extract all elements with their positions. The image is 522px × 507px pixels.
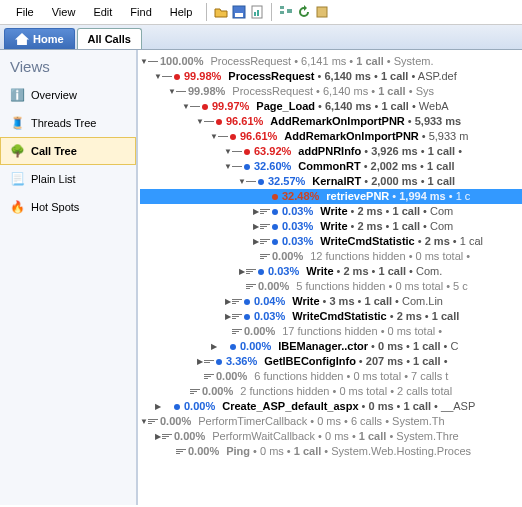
function-name: Write [292,294,319,309]
percent-value: 0.03% [282,234,313,249]
tree-row[interactable]: 0.00%5 functions hidden • 0 ms total • 5… [140,279,522,294]
function-name: PerformTimerCallback [198,414,307,429]
collapse-icon[interactable]: ▼ [238,174,246,189]
expand-icon[interactable]: ▶ [224,294,232,309]
function-name: Ping [226,444,250,459]
tree-row[interactable]: 0.00%12 functions hidden • 0 ms total • [140,249,522,264]
tree-row[interactable]: ▼32.60%CommonRT • 2,002 ms • 1 call [140,159,522,174]
tree-row[interactable]: ▼100.00%ProcessRequest • 6,141 ms • 1 ca… [140,54,522,69]
percent-value: 63.92% [254,144,291,159]
call-meta: • 0 ms • 6 calls • System.Th [310,414,444,429]
tree-row[interactable]: 0.00%2 functions hidden • 0 ms total • 2… [140,384,522,399]
tab-all-calls[interactable]: All Calls [77,28,142,49]
tree-row[interactable]: ▶0.00%Create_ASP_default_aspx • 0 ms • 1… [140,399,522,414]
status-dot [174,74,180,80]
collapse-icon[interactable]: ▼ [168,84,176,99]
collapse-icon[interactable]: ▼ [140,414,148,429]
tree-row[interactable]: ▶0.03%Write • 2 ms • 1 call • Com [140,219,522,234]
status-dot [216,359,222,365]
views-title: Views [0,56,136,81]
tree-row[interactable]: 0.00%6 functions hidden • 0 ms total • 7… [140,369,522,384]
tree-row[interactable]: ▶3.36%GetIBEConfigInfo • 207 ms • 1 call… [140,354,522,369]
menu-file[interactable]: File [8,3,42,21]
settings-icon[interactable] [314,4,330,20]
call-meta: • 0 ms total • [409,249,471,264]
open-icon[interactable] [213,4,229,20]
bars-icon [232,314,242,319]
expand-icon[interactable]: ▶ [154,429,162,444]
tree-row[interactable]: ▶0.00%PerformWaitCallback • 0 ms • 1 cal… [140,429,522,444]
tree-row[interactable]: ▼96.61%AddRemarkOnImportPNR • 5,933 m [140,129,522,144]
call-meta: • 0 ms total • 2 calls total [333,384,453,399]
function-name: 17 functions hidden [282,324,377,339]
tree-row[interactable]: ▼0.00%PerformTimerCallback • 0 ms • 6 ca… [140,414,522,429]
status-dot [230,134,236,140]
percent-value: 96.61% [240,129,277,144]
expand-icon[interactable]: ▶ [224,309,232,324]
bars-icon [204,121,214,122]
tree-row[interactable]: ▶0.04%Write • 3 ms • 1 call • Com.Lin [140,294,522,309]
collapse-icon[interactable]: ▼ [196,114,204,129]
collapse-icon[interactable]: ▼ [140,54,148,69]
svg-rect-8 [317,7,327,17]
sidebar-item-plain-list[interactable]: 📃Plain List [0,165,136,193]
tab-home[interactable]: Home [4,28,75,49]
collapse-icon[interactable]: ▼ [210,129,218,144]
tree-row[interactable]: ▼99.98%ProcessRequest • 6,140 ms • 1 cal… [140,84,522,99]
bars-icon [176,449,186,454]
tree-row[interactable]: ▶0.00%IBEManager..ctor • 0 ms • 1 call •… [140,339,522,354]
collapse-icon[interactable]: ▼ [182,99,190,114]
percent-value: 0.03% [282,219,313,234]
tree-row[interactable]: ▶0.03%Write • 2 ms • 1 call • Com [140,204,522,219]
tree-row[interactable]: ▼32.57%KernalRT • 2,000 ms • 1 call [140,174,522,189]
tree-row[interactable]: ▼99.98%ProcessRequest • 6,140 ms • 1 cal… [140,69,522,84]
sidebar-item-hot-spots[interactable]: 🔥Hot Spots [0,193,136,221]
tree-row[interactable]: ▶0.03%WriteCmdStatistic • 2 ms • 1 call [140,309,522,324]
expand-icon[interactable]: ▶ [252,234,260,249]
menu-find[interactable]: Find [122,3,159,21]
expand-icon[interactable]: ▶ [210,339,218,354]
tree-row[interactable]: 0.00%17 functions hidden • 0 ms total • [140,324,522,339]
percent-value: 99.97% [212,99,249,114]
tree-row[interactable]: ▼63.92%addPNRInfo • 3,926 ms • 1 call • [140,144,522,159]
expand-icon[interactable]: ▶ [252,219,260,234]
expand-icon[interactable]: ▶ [196,354,204,369]
svg-rect-7 [287,9,292,13]
percent-value: 0.00% [188,444,219,459]
menu-edit[interactable]: Edit [85,3,120,21]
sidebar-item-threads-tree[interactable]: 🧵Threads Tree [0,109,136,137]
bars-icon [204,374,214,379]
tree-row[interactable]: 0.00%Ping • 0 ms • 1 call • System.Web.H… [140,444,522,459]
tree-row[interactable]: ▶0.03%Write • 2 ms • 1 call • Com. [140,264,522,279]
menu-help[interactable]: Help [162,3,201,21]
save-icon[interactable] [231,4,247,20]
percent-value: 0.00% [160,414,191,429]
percent-value: 99.98% [184,69,221,84]
tree-row[interactable]: 32.48%retrievePNR • 1,994 ms • 1 c [140,189,522,204]
report-icon[interactable] [249,4,265,20]
call-tree[interactable]: ▼100.00%ProcessRequest • 6,141 ms • 1 ca… [138,50,522,505]
refresh-icon[interactable] [296,4,312,20]
bars-icon [260,209,270,214]
call-meta: • 2,000 ms • 1 call [364,174,455,189]
call-meta: • 2 ms • 1 cal [418,234,483,249]
sidebar-item-call-tree[interactable]: 🌳Call Tree [0,137,136,165]
tree-icon[interactable] [278,4,294,20]
percent-value: 0.00% [174,429,205,444]
function-name: Write [320,204,347,219]
collapse-icon[interactable]: ▼ [224,144,232,159]
collapse-icon[interactable]: ▼ [154,69,162,84]
bars-icon [218,136,228,137]
expand-icon[interactable]: ▶ [252,204,260,219]
tree-row[interactable]: ▶0.03%WriteCmdStatistic • 2 ms • 1 cal [140,234,522,249]
menu-view[interactable]: View [44,3,84,21]
collapse-icon[interactable]: ▼ [224,159,232,174]
call-meta: • 0 ms • 1 call • C [371,339,458,354]
expand-icon[interactable]: ▶ [238,264,246,279]
expand-icon[interactable]: ▶ [154,399,162,414]
tree-row[interactable]: ▼96.61%AddRemarkOnImportPNR • 5,933 ms [140,114,522,129]
tree-row[interactable]: ▼99.97%Page_Load • 6,140 ms • 1 call • W… [140,99,522,114]
sidebar-item-overview[interactable]: ℹ️Overview [0,81,136,109]
status-dot [216,119,222,125]
call-meta: • 6,141 ms • 1 call • System. [294,54,433,69]
